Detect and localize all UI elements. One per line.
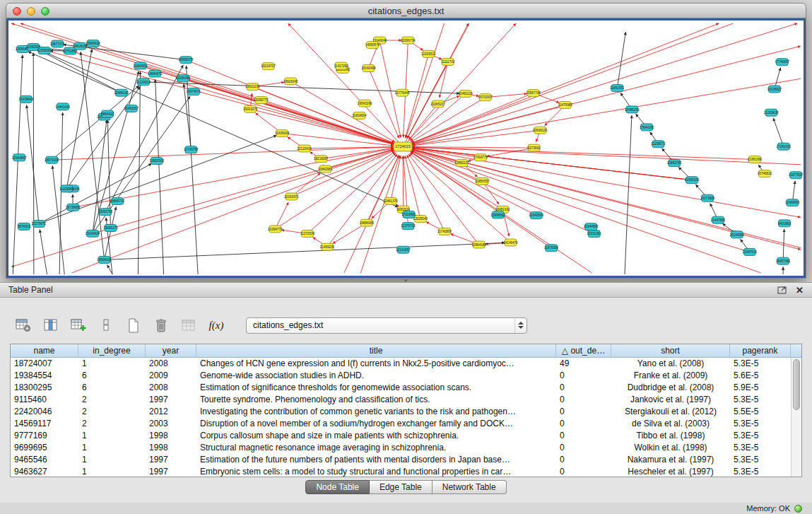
network-node[interactable]: 19506001: [97, 256, 112, 263]
create-column-icon[interactable]: [68, 316, 89, 335]
network-node[interactable]: 14050574: [365, 42, 380, 49]
window-titlebar[interactable]: citations_edges.txt: [6, 3, 806, 18]
table-row[interactable]: 1872400712008Changes of HCN gene express…: [11, 358, 791, 370]
network-node[interactable]: 22461376: [383, 197, 398, 204]
tab-network-table[interactable]: Network Table: [433, 480, 507, 494]
import-table-icon[interactable]: [178, 316, 199, 335]
network-node[interactable]: 17644195: [640, 124, 654, 131]
network-node[interactable]: 16746810: [758, 170, 772, 177]
network-node[interactable]: 12397616: [743, 248, 758, 255]
network-node[interactable]: 16843732: [110, 198, 125, 205]
network-node[interactable]: 10842961: [318, 165, 333, 173]
network-node[interactable]: 17318681: [401, 211, 416, 218]
network-node[interactable]: 9273962: [528, 144, 541, 151]
network-node[interactable]: 13582227: [454, 160, 469, 167]
close-panel-icon[interactable]: ✕: [796, 286, 804, 295]
network-node[interactable]: 21224314: [136, 78, 151, 86]
table-row[interactable]: 911546021997Tourette syndrome. Phenomeno…: [11, 394, 791, 406]
network-node[interactable]: 10974571: [187, 88, 201, 95]
network-node[interactable]: 11417292: [334, 62, 349, 69]
network-node[interactable]: 15143424: [86, 230, 100, 237]
network-node[interactable]: 14146476: [503, 239, 518, 246]
table-row[interactable]: 946554611997Estimation of the future num…: [11, 454, 791, 466]
network-node[interactable]: 14106927: [767, 86, 782, 93]
network-node[interactable]: 11706798: [184, 146, 199, 153]
network-node[interactable]: 10394778: [268, 226, 283, 233]
network-node[interactable]: 14886085: [360, 219, 375, 226]
network-node[interactable]: 11870096: [544, 245, 559, 252]
table-select-dropdown[interactable]: citations_edges.txt: [246, 317, 527, 334]
network-node[interactable]: 20666126: [533, 127, 548, 134]
network-node[interactable]: 1724015: [394, 142, 412, 151]
network-node[interactable]: 10042498: [361, 64, 376, 71]
network-node[interactable]: 11272539: [300, 230, 315, 238]
show-columns-icon[interactable]: [40, 316, 61, 335]
network-node[interactable]: 20244350: [730, 231, 745, 238]
network-node[interactable]: 22179972: [32, 220, 47, 227]
network-node[interactable]: 15095173: [103, 224, 118, 231]
tab-node-table[interactable]: Node Table: [305, 480, 370, 494]
float-panel-icon[interactable]: [777, 286, 787, 294]
network-node[interactable]: 11851551: [610, 85, 625, 92]
network-node[interactable]: 12358367: [37, 47, 52, 54]
network-node[interactable]: 16739669: [66, 204, 81, 211]
network-node[interactable]: 14973105: [45, 156, 59, 163]
table-panel-titlebar[interactable]: Table Panel ✕: [0, 283, 812, 298]
network-node[interactable]: 17242163: [777, 143, 792, 150]
network-node[interactable]: 19543269: [358, 100, 372, 107]
column-header-out_de[interactable]: △ out_de…: [556, 344, 611, 357]
table-row[interactable]: 977716911998Corpus callosum shape and si…: [11, 430, 791, 442]
network-node[interactable]: 21469230: [320, 243, 335, 250]
network-node[interactable]: 11475985: [558, 102, 573, 109]
network-node[interactable]: 12469993: [785, 199, 800, 206]
network-canvas[interactable]: 1004249813140046220997341220551211111702…: [8, 21, 804, 276]
network-node[interactable]: 19331361: [587, 230, 602, 238]
network-node[interactable]: 10964188: [471, 241, 486, 248]
table-row[interactable]: 946362711997Embryonic stem cells: a mode…: [11, 466, 791, 477]
new-table-icon[interactable]: [123, 316, 144, 335]
network-node[interactable]: 11742806: [437, 228, 452, 235]
network-node[interactable]: 18457081: [776, 257, 791, 264]
network-node[interactable]: 10173928: [700, 194, 715, 201]
table-mode-icon[interactable]: [13, 316, 34, 335]
network-node[interactable]: 16731507: [478, 94, 493, 101]
delete-table-icon[interactable]: [151, 316, 172, 335]
network-node[interactable]: 21951380: [748, 156, 763, 163]
network-node[interactable]: 11818604: [352, 112, 367, 119]
network-node[interactable]: 19921236: [245, 83, 260, 90]
table-row[interactable]: 969969511998Structural magnetic resonanc…: [11, 442, 791, 454]
network-node[interactable]: 22943887: [12, 154, 27, 161]
network-node[interactable]: 12205512: [421, 50, 436, 57]
table-row[interactable]: 1830029562008Estimation of significance …: [11, 382, 791, 394]
network-node[interactable]: 13039643: [19, 95, 34, 103]
network-node[interactable]: 12602503: [150, 158, 165, 165]
network-node[interactable]: 21447565: [711, 216, 726, 223]
network-node[interactable]: 18218287: [314, 156, 329, 163]
network-node[interactable]: 22099734: [401, 37, 416, 44]
network-node[interactable]: 13684370: [148, 70, 163, 77]
table-row[interactable]: 2242004622012Investigating the contribut…: [11, 406, 791, 418]
network-node[interactable]: 10862765: [667, 160, 682, 167]
network-node[interactable]: 21677837: [789, 172, 804, 179]
network-node[interactable]: 13090775: [254, 97, 269, 104]
column-header-name[interactable]: name: [11, 344, 78, 357]
network-node[interactable]: 11111702: [441, 58, 454, 65]
network-node[interactable]: 11158573: [651, 141, 665, 148]
network-node[interactable]: 14441443: [56, 103, 71, 110]
column-header-pagerank[interactable]: pagerank: [730, 344, 791, 357]
network-node[interactable]: 17740697: [775, 59, 790, 66]
network-node[interactable]: 22590106: [685, 177, 700, 184]
minimize-button[interactable]: [27, 7, 35, 16]
network-node[interactable]: 20895378: [179, 57, 194, 64]
close-button[interactable]: [13, 7, 21, 16]
network-node[interactable]: 15463357: [124, 105, 139, 112]
row-tools-icon[interactable]: [95, 316, 117, 335]
table-row[interactable]: 1456911722003Disruption of a novel membe…: [11, 418, 791, 430]
network-node[interactable]: 10486299: [625, 106, 640, 113]
column-header-in_degree[interactable]: in_degree: [78, 344, 146, 357]
network-node[interactable]: 13063768: [98, 209, 113, 216]
network-node[interactable]: 20989180: [114, 89, 129, 96]
network-node[interactable]: 13996562: [490, 211, 505, 218]
network-node[interactable]: 21944658: [584, 223, 599, 230]
network-node[interactable]: 21329638: [764, 109, 779, 116]
